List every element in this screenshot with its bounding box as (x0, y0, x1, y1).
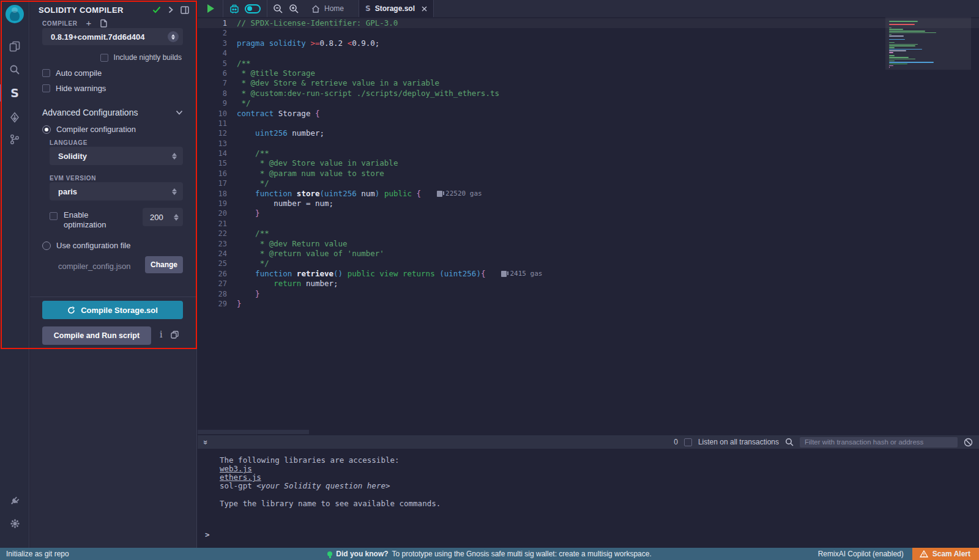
ai-assistant-robot-icon[interactable] (229, 4, 240, 14)
include-nightly-checkbox[interactable] (100, 54, 108, 62)
compiler-configuration-radio-row: Compiler configuration (42, 125, 136, 134)
compiler-label: COMPILER (42, 20, 78, 27)
clear-console-icon[interactable] (964, 438, 973, 447)
change-config-button[interactable]: Change (145, 256, 183, 273)
evm-version-select[interactable]: paris (50, 182, 183, 201)
code-line[interactable]: 3pragma solidity >=0.8.2 <0.9.0; (198, 39, 979, 48)
gas-pump-icon (501, 271, 507, 277)
expand-terminal-icon[interactable]: » (201, 440, 210, 444)
info-icon[interactable]: i (160, 330, 162, 339)
zoom-in-icon[interactable] (289, 4, 299, 14)
terminal-body[interactable]: The following libraries are accessible: … (198, 449, 979, 548)
code-line[interactable]: 13 (198, 139, 979, 149)
compiler-configuration-radio[interactable] (42, 125, 51, 134)
horizontal-scrollbar-thumb[interactable] (198, 430, 309, 434)
run-script-play-button[interactable] (207, 4, 214, 13)
code-line[interactable]: 4 (198, 48, 979, 58)
code-line[interactable]: 23 * @dev Return value (198, 239, 979, 249)
code-line[interactable]: 2 (198, 28, 979, 38)
scam-alert-badge[interactable]: Scam Alert (912, 548, 979, 560)
terminal-prompt[interactable]: > (205, 530, 210, 539)
compile-run-script-button[interactable]: Compile and Run script (42, 326, 151, 345)
use-configuration-radio[interactable] (42, 241, 51, 250)
sidebar-item-settings[interactable] (0, 512, 29, 534)
code-line[interactable]: 18 function store(uint256 num) public {2… (198, 189, 979, 199)
code-line[interactable]: 17 */ (198, 179, 979, 188)
zoom-out-icon[interactable] (273, 4, 283, 14)
code-line[interactable]: 21 (198, 219, 979, 229)
language-select[interactable]: Solidity (50, 147, 183, 165)
listen-all-transactions-label: Listen on all transactions (698, 438, 779, 446)
code-line[interactable]: 15 * @dev Store value in variable (198, 158, 979, 168)
remix-logo[interactable] (0, 4, 29, 24)
gas-pump-icon (437, 191, 442, 197)
tab-home[interactable]: Home (305, 0, 350, 17)
sidebar-item-git[interactable] (0, 128, 29, 150)
code-line[interactable]: 8 * @custom:dev-run-script ./scripts/dep… (198, 89, 979, 98)
git-init-status[interactable]: Initialize as git repo (0, 550, 69, 558)
hide-warnings-checkbox[interactable] (42, 84, 50, 92)
code-line[interactable]: 16 * @param num value to store (198, 169, 979, 179)
code-line[interactable]: 22 /** (198, 229, 979, 238)
sidebar-item-solidity-compiler[interactable]: S (0, 82, 29, 104)
code-line[interactable]: 28 } (198, 289, 979, 299)
compiler-version-select[interactable]: 0.8.19+commit.7dd6d404 (42, 28, 183, 45)
auto-compile-checkbox[interactable] (42, 69, 50, 77)
minimap[interactable] (885, 17, 971, 430)
code-line[interactable]: 11 (198, 119, 979, 128)
transaction-filter-input[interactable] (800, 437, 958, 448)
terminal: » 0 Listen on all transactions The follo… (198, 435, 979, 548)
line-number: 17 (198, 179, 227, 188)
hide-warnings-row: Hide warnings (42, 84, 106, 93)
listen-all-transactions-checkbox[interactable] (684, 438, 692, 446)
compiler-configuration-label: Compiler configuration (56, 125, 136, 134)
close-tab-icon[interactable] (422, 6, 427, 12)
code-line[interactable]: 26 function retrieve() public view retur… (198, 269, 979, 279)
code-line[interactable]: 1// SPDX-License-Identifier: GPL-3.0 (198, 18, 979, 28)
sidebar-item-plugin-manager[interactable] (0, 489, 29, 511)
terminal-header: » 0 Listen on all transactions (198, 435, 979, 449)
code-line[interactable]: 12 uint256 number; (198, 128, 979, 138)
code-line[interactable]: 9 */ (198, 98, 979, 108)
deploy-run-icon (9, 112, 20, 123)
sidebar-item-deploy-run[interactable] (0, 106, 29, 128)
remix-ide-window: S (0, 0, 979, 560)
terminal-search-icon[interactable] (785, 438, 794, 446)
code-line[interactable]: 5/** (198, 59, 979, 68)
code-line[interactable]: 25 */ (198, 259, 979, 268)
code-line[interactable]: 6 * @title Storage (198, 68, 979, 78)
copy-icon[interactable] (171, 331, 179, 339)
include-nightly-row: Include nightly builds (100, 53, 182, 62)
code-editor[interactable]: 1// SPDX-License-Identifier: GPL-3.023pr… (198, 17, 979, 435)
tab-label: Storage.sol (375, 4, 415, 13)
code-line[interactable]: 7 * @dev Store & retrieve value in a var… (198, 78, 979, 88)
minimap-code (889, 21, 945, 68)
open-compiler-file-icon[interactable] (100, 19, 108, 28)
tab-storage-sol[interactable]: S Storage.sol (359, 0, 434, 17)
add-compiler-icon[interactable]: + (86, 20, 92, 26)
optimization-runs-input[interactable]: 200 (143, 208, 183, 226)
code-line[interactable]: 10contract Storage { (198, 109, 979, 119)
advanced-configurations-header[interactable]: Advanced Configurations (42, 108, 183, 117)
compiler-version-value: 0.8.19+commit.7dd6d404 (42, 32, 168, 42)
library-link[interactable]: web3.js (220, 464, 252, 473)
library-link[interactable]: ethers.js (220, 473, 261, 482)
copilot-status[interactable]: RemixAI Copilot (enabled) (818, 550, 904, 558)
pin-panel-icon[interactable] (181, 6, 189, 14)
code-line[interactable]: 14 /** (198, 149, 979, 158)
code-line[interactable]: 19 number = num; (198, 199, 979, 208)
use-configuration-label: Use configuration file (56, 241, 130, 250)
code-line[interactable]: 20 } (198, 208, 979, 218)
panel-title: SOLIDITY COMPILER (39, 6, 152, 15)
compile-button[interactable]: Compile Storage.sol (42, 301, 183, 319)
enable-optimization-checkbox[interactable] (50, 212, 58, 220)
copilot-toggle[interactable] (245, 4, 261, 13)
code-line[interactable]: 24 * @return value of 'number' (198, 249, 979, 259)
sidebar-item-file-explorer[interactable] (0, 35, 29, 57)
sidebar-item-search[interactable] (0, 59, 29, 81)
chevron-right-icon[interactable] (168, 6, 173, 13)
main-area: Home S Storage.sol 1// SPDX-License-Iden… (198, 0, 979, 435)
code-line[interactable]: 27 return number; (198, 279, 979, 289)
code-line[interactable]: 29} (198, 299, 979, 309)
evm-version-value: paris (50, 187, 172, 196)
